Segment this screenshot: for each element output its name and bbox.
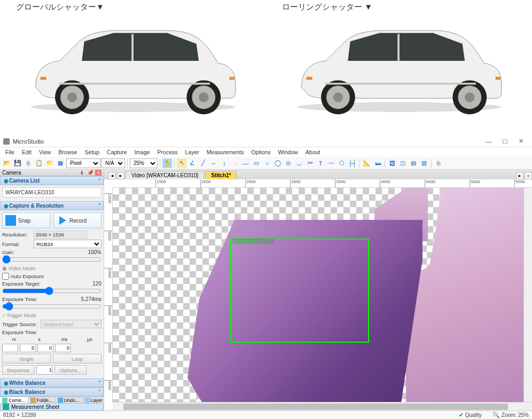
sequence-button[interactable]: Sequence bbox=[2, 365, 34, 375]
pin-icon[interactable]: ⬇ bbox=[78, 170, 85, 176]
menu-capture[interactable]: Capture bbox=[104, 148, 130, 156]
menu-view[interactable]: View bbox=[36, 148, 54, 156]
line-tool-icon[interactable]: ╱ bbox=[198, 159, 208, 168]
resolution-value[interactable]: 2048 × 1536 bbox=[34, 231, 87, 239]
menu-browse[interactable]: Browse bbox=[56, 148, 81, 156]
unit-select[interactable]: Pixel bbox=[66, 159, 100, 168]
ring-tool-icon[interactable]: ◎ bbox=[284, 159, 293, 168]
text-tool-icon[interactable]: T bbox=[316, 159, 325, 168]
resolution-label: Resolution: bbox=[2, 232, 32, 238]
camera-name-item[interactable]: WRAYCAM-LEO310 bbox=[2, 187, 101, 197]
global-shutter-column: グローバルシャッター▼ bbox=[0, 0, 266, 136]
tab-undo[interactable]: Undo... bbox=[56, 397, 82, 403]
white-balance-header[interactable]: ◉ White Balance ˅ bbox=[0, 378, 104, 388]
menu-window[interactable]: Window bbox=[275, 148, 301, 156]
auto-exposure-check[interactable]: Auto Exposure bbox=[2, 273, 101, 280]
menu-options[interactable]: Options bbox=[248, 148, 273, 156]
browse-icon[interactable]: 📁 bbox=[45, 159, 54, 168]
hand-tool-icon[interactable]: ✋ bbox=[162, 159, 172, 168]
menu-about[interactable]: About bbox=[302, 148, 323, 156]
single-button[interactable]: Single bbox=[2, 354, 51, 363]
live-selection-box[interactable]: Sharpness: 21.4% bbox=[230, 239, 369, 343]
menu-file[interactable]: File bbox=[2, 148, 18, 156]
menu-measurements[interactable]: Measurements bbox=[204, 148, 247, 156]
exposure-time-slider[interactable] bbox=[2, 303, 101, 310]
tab-close-button[interactable]: × bbox=[525, 172, 532, 179]
circle-tool-icon[interactable]: ◯ bbox=[273, 159, 283, 168]
options-button[interactable]: Options... bbox=[54, 365, 87, 375]
gain-slider[interactable] bbox=[2, 256, 101, 263]
grid-icon[interactable]: ▦ bbox=[56, 159, 65, 168]
time-s-input[interactable] bbox=[20, 344, 36, 352]
doc-tab-stitch[interactable]: Stitch1* bbox=[205, 171, 237, 179]
minimize-button[interactable]: — bbox=[481, 136, 497, 147]
scale-tool-icon[interactable]: ├┤ bbox=[348, 159, 357, 168]
scrollbar-horizontal[interactable] bbox=[113, 402, 532, 410]
exposure-target-slider[interactable] bbox=[2, 288, 101, 294]
car-image-rolling bbox=[282, 12, 516, 119]
snap-button[interactable]: Snap bbox=[2, 212, 50, 228]
scrollbar-vertical[interactable] bbox=[523, 188, 532, 402]
folder-tab-icon bbox=[30, 398, 36, 403]
copy-icon[interactable]: ⎘ bbox=[24, 159, 33, 168]
capture-header[interactable]: ◉ Capture & Resolution ˄ bbox=[0, 201, 104, 210]
svg-rect-19 bbox=[307, 77, 312, 80]
status-zoom[interactable]: 🔍Zoom: 25% bbox=[492, 412, 529, 418]
zoom-select[interactable]: 25% bbox=[130, 159, 158, 168]
pointer-tool-icon[interactable]: ↖ bbox=[177, 159, 186, 168]
polyline-tool-icon[interactable]: 〰 bbox=[326, 159, 336, 168]
scrollbar-thumb[interactable] bbox=[123, 404, 508, 410]
measurement-sheet-button[interactable]: Measurement Sheet bbox=[0, 403, 104, 410]
tile2-icon[interactable]: ▤ bbox=[409, 159, 418, 168]
na-select[interactable]: N/A bbox=[101, 159, 125, 168]
sequence-count-input[interactable] bbox=[36, 365, 52, 375]
ellipse-tool-icon[interactable]: ○ bbox=[262, 159, 272, 168]
canvas[interactable]: Sharpness: 21.4% bbox=[113, 188, 523, 402]
pin2-icon[interactable]: 📌 bbox=[85, 170, 95, 176]
tab-menu-button[interactable]: ► bbox=[516, 172, 523, 179]
angle-tool-icon[interactable]: ∠ bbox=[187, 159, 197, 168]
polygon-tool-icon[interactable]: ⬠ bbox=[337, 159, 347, 168]
camera-list-header[interactable]: ◉ Camera List ˄ bbox=[0, 176, 104, 185]
vline-tool-icon[interactable]: ↕ bbox=[220, 159, 229, 168]
time-ms-input[interactable] bbox=[37, 344, 53, 352]
export-icon[interactable]: ⎘ bbox=[434, 159, 443, 168]
main-area: ◄ ► Video [WRAYCAM-LEO310] Stitch1* ► × … bbox=[104, 170, 532, 410]
paste-icon[interactable]: 📋 bbox=[34, 159, 44, 168]
black-balance-header[interactable]: ◉ Black Balance ˅ bbox=[0, 388, 104, 397]
save-icon[interactable]: 💾 bbox=[13, 159, 22, 168]
tab-layer[interactable]: Layer bbox=[82, 397, 104, 403]
time-m-input[interactable] bbox=[2, 344, 18, 352]
exposure-time-label: Exposure Time: bbox=[2, 296, 45, 302]
format-select[interactable]: RGB24 bbox=[34, 240, 101, 248]
window-icon[interactable]: 🖼 bbox=[387, 159, 397, 168]
loop-button[interactable]: Loop bbox=[53, 354, 101, 363]
menu-setup[interactable]: Setup bbox=[82, 148, 103, 156]
arc-tool-icon[interactable]: ◡ bbox=[294, 159, 304, 168]
tab-folders[interactable]: Folde... bbox=[28, 397, 56, 403]
tile3-icon[interactable]: ▥ bbox=[419, 159, 429, 168]
status-quality[interactable]: ✔Quality bbox=[459, 412, 482, 418]
close-button[interactable]: ✕ bbox=[513, 136, 529, 147]
segment-tool-icon[interactable]: — bbox=[241, 159, 251, 168]
hline-tool-icon[interactable]: ↔ bbox=[209, 159, 218, 168]
tab-prev-button[interactable]: ◄ bbox=[108, 172, 116, 179]
menu-process[interactable]: Process bbox=[154, 148, 181, 156]
record-button[interactable]: Record bbox=[53, 212, 101, 228]
tab-next-button[interactable]: ► bbox=[117, 172, 124, 179]
tile-icon[interactable]: ◫ bbox=[398, 159, 408, 168]
menu-edit[interactable]: Edit bbox=[19, 148, 35, 156]
tab-camera[interactable]: Came... bbox=[0, 397, 28, 403]
calib-icon[interactable]: 📐 bbox=[362, 159, 372, 168]
menu-layer[interactable]: Layer bbox=[182, 148, 202, 156]
open-icon[interactable]: 📂 bbox=[2, 159, 12, 168]
stage-icon[interactable]: 🛏 bbox=[373, 159, 382, 168]
doc-tab-video[interactable]: Video [WRAYCAM-LEO310] bbox=[126, 171, 204, 179]
link-tool-icon[interactable]: ⚯ bbox=[305, 159, 315, 168]
menu-image[interactable]: Image bbox=[131, 148, 153, 156]
panel-close-icon[interactable]: × bbox=[95, 170, 101, 176]
maximize-button[interactable]: ▢ bbox=[497, 136, 513, 147]
time-us-input[interactable] bbox=[55, 344, 71, 352]
point-tool-icon[interactable]: · bbox=[230, 159, 240, 168]
rect-tool-icon[interactable]: ▭ bbox=[252, 159, 261, 168]
